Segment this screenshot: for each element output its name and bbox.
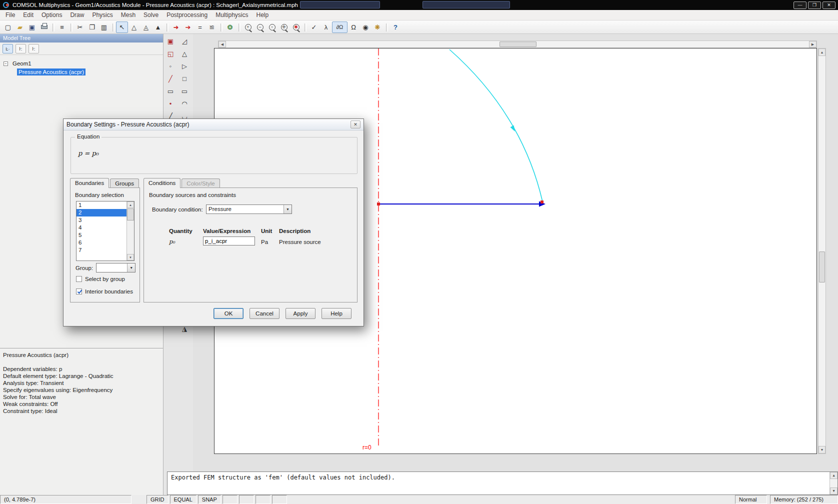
scroll-left-icon[interactable]: ◀ [218, 41, 226, 48]
mesh-init-button[interactable]: △ [128, 22, 140, 33]
cut-button[interactable]: ✂ [74, 22, 86, 33]
listbox-scroll-thumb[interactable] [127, 208, 134, 220]
close-button[interactable]: ✕ [822, 2, 836, 9]
arc-tool-button[interactable]: ◠ [178, 98, 190, 110]
scroll-up-icon[interactable]: ▲ [830, 472, 838, 479]
chevron-down-icon[interactable]: ▼ [127, 264, 135, 272]
chevron-down-icon[interactable]: ▼ [284, 205, 292, 214]
draw-line-button[interactable]: ╱ [164, 72, 176, 84]
boundary-item[interactable]: 7 [76, 246, 126, 254]
mesh-refine-button[interactable]: ◬ [140, 22, 152, 33]
model-navigator-button[interactable]: ≡ [56, 22, 68, 33]
draw-mode-button[interactable]: ▣ [164, 35, 176, 47]
solve-update-button[interactable]: ≌ [206, 22, 218, 33]
equal-toggle[interactable]: EQUAL [170, 495, 196, 504]
tree-view-button-3[interactable]: ŀ: [28, 44, 39, 54]
message-log[interactable]: Exported FEM structure as 'fem' (default… [167, 472, 838, 495]
help-button[interactable]: Help [322, 308, 352, 319]
menu-item-multiphysics[interactable]: Multiphysics [212, 10, 252, 20]
tab-color-style[interactable]: Color/Style [182, 178, 220, 188]
animate-button[interactable]: ❋ [372, 22, 384, 33]
scroll-down-icon[interactable]: ▼ [127, 254, 134, 260]
boundary-item[interactable]: 3 [76, 216, 126, 224]
open-button[interactable]: ▰ [14, 22, 26, 33]
boundary-item[interactable]: 1 [76, 202, 126, 209]
boundary-item[interactable]: 2 [76, 209, 126, 216]
curved-boundary-edge[interactable] [450, 50, 542, 202]
collapse-icon[interactable]: − [4, 62, 8, 66]
canvas-horizontal-scrollbar[interactable]: ◀ ▶ [218, 40, 817, 48]
geometry-check-button[interactable]: ✓ [308, 22, 320, 33]
select-arrow-button[interactable]: ↖ [116, 22, 128, 33]
solver-restart-button[interactable]: ➔ [182, 22, 194, 33]
value-expression-input[interactable] [203, 236, 255, 246]
draw-point-button[interactable]: ◦ [164, 60, 176, 72]
vertex-marker[interactable] [377, 202, 380, 206]
tree-node-geom1[interactable]: − Geom1 [4, 60, 160, 68]
boundary-item[interactable]: 4 [76, 224, 126, 232]
dialog-title-bar[interactable]: Boundary Settings - Pressure Acoustics (… [64, 119, 364, 130]
print-button[interactable] [38, 22, 50, 33]
ok-button[interactable]: OK [214, 308, 244, 319]
solver-parameters-button[interactable]: ➜ [170, 22, 182, 33]
boundary-mode-button[interactable]: ∂Ω [332, 22, 348, 33]
tree-view-button-2[interactable]: ŀ: [16, 44, 26, 54]
tab-conditions[interactable]: Conditions [144, 178, 180, 188]
new-button[interactable]: ▢ [2, 22, 14, 33]
scroll-right-icon[interactable]: ▶ [809, 41, 816, 48]
scroll-up-icon[interactable]: ▲ [127, 202, 134, 208]
select-by-group-checkbox[interactable]: Select by group [76, 276, 125, 282]
canvas-vertical-scrollbar[interactable]: ▲ ▼ [818, 48, 826, 454]
snap-toggle[interactable]: SNAP [198, 495, 221, 504]
tab-boundaries[interactable]: Boundaries [70, 178, 109, 188]
draw-rect-button[interactable]: ▭ [164, 85, 176, 97]
subdomain-mode-button[interactable]: Ω [348, 22, 360, 33]
boundary-condition-combobox[interactable]: Pressure ▼ [206, 204, 292, 214]
zoom-window-button[interactable]: ▫ [266, 22, 278, 33]
vertex-marker[interactable] [540, 200, 544, 204]
zoom-in-button[interactable]: + [242, 22, 254, 33]
boundary-listbox[interactable]: 1 2 3 4 5 6 7 ▲ ▼ [76, 201, 134, 261]
tab-groups[interactable]: Groups [110, 178, 139, 188]
tangent-tool-button[interactable]: ◿ [178, 35, 190, 47]
tree-node-pressure-acoustics[interactable]: Pressure Acoustics (acpr) [17, 68, 160, 76]
menu-item-file[interactable]: File [2, 10, 19, 20]
menu-item-edit[interactable]: Edit [19, 10, 38, 20]
apply-button[interactable]: Apply [286, 308, 316, 319]
scroll-up-icon[interactable]: ▲ [818, 48, 826, 56]
boundary-item[interactable]: 6 [76, 239, 126, 246]
boundary-item[interactable]: 5 [76, 232, 126, 239]
tree-view-button-1[interactable]: Ŀ· [2, 44, 13, 54]
menu-item-postprocessing[interactable]: Postprocessing [162, 10, 212, 20]
square-tool-button[interactable]: □ [178, 72, 190, 84]
scroll-down-icon[interactable]: ▼ [818, 446, 826, 454]
solve-button[interactable]: = [194, 22, 206, 33]
postplot-button[interactable]: ◉ [360, 22, 372, 33]
restore-button[interactable]: ❐ [808, 2, 821, 9]
menu-item-draw[interactable]: Draw [66, 10, 88, 20]
copy-button[interactable]: ❐ [86, 22, 98, 33]
listbox-scrollbar[interactable]: ▲ ▼ [126, 202, 134, 260]
zoom-selected-button[interactable]: ✱ [290, 22, 302, 33]
rect-centered-tool-button[interactable]: ▭ [178, 85, 190, 97]
cancel-button[interactable]: Cancel [250, 308, 280, 319]
interior-boundaries-checkbox[interactable]: Interior boundaries [76, 288, 133, 294]
dialog-close-button[interactable]: ✕ [350, 120, 360, 128]
menu-item-options[interactable]: Options [38, 10, 66, 20]
menu-item-solve[interactable]: Solve [140, 10, 162, 20]
mesh-quality-button[interactable]: ▲ [152, 22, 164, 33]
menu-item-mesh[interactable]: Mesh [117, 10, 140, 20]
horizontal-scroll-thumb[interactable] [500, 42, 536, 47]
triangle-tool-button[interactable]: △ [178, 48, 190, 60]
vertical-scroll-thumb[interactable] [819, 252, 825, 282]
zoom-out-button[interactable]: − [254, 22, 266, 33]
scroll-down-icon[interactable]: ▼ [830, 488, 838, 494]
plot-parameters-button[interactable]: ❂ [224, 22, 236, 33]
zoom-extents-button[interactable]: ✛ [278, 22, 290, 33]
minimize-button[interactable]: — [794, 2, 806, 9]
menu-item-physics[interactable]: Physics [88, 10, 116, 20]
polygon-tool-button[interactable]: ▷ [178, 60, 190, 72]
group-combobox[interactable]: ▼ [96, 263, 136, 272]
draw-dot-button[interactable]: • [164, 98, 176, 110]
save-button[interactable]: ▣ [26, 22, 38, 33]
